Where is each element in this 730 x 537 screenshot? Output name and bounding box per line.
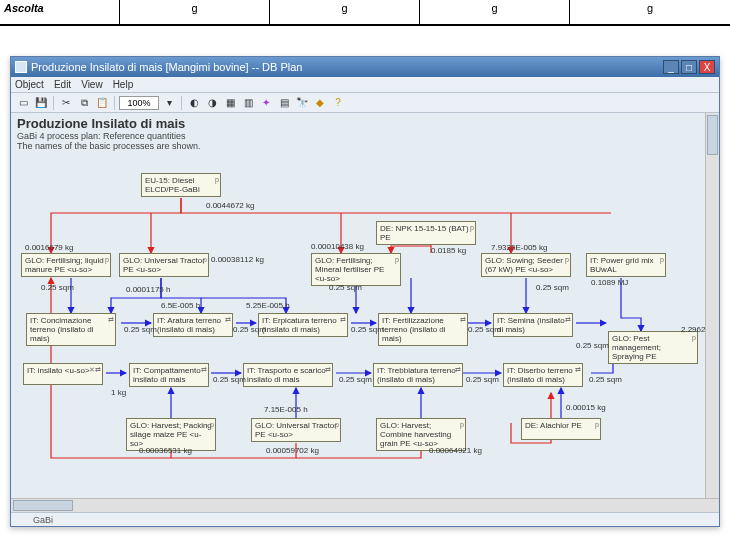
gap xyxy=(0,26,730,56)
copy-icon[interactable]: ⧉ xyxy=(76,95,92,111)
vscroll-thumb[interactable] xyxy=(707,115,718,155)
menu-edit[interactable]: Edit xyxy=(54,79,71,90)
edge-label: 7.15E-005 h xyxy=(264,405,308,414)
plan-title: Produzione Insilato di mais xyxy=(17,116,185,131)
node-npk[interactable]: DE: NPK 15-15-15 (BAT) PEp xyxy=(376,221,476,245)
edge-label: 0.00036531 kg xyxy=(139,446,192,455)
edge-label: 0.25 sqm xyxy=(339,375,372,384)
minimize-button[interactable]: _ xyxy=(663,60,679,74)
menu-view[interactable]: View xyxy=(81,79,103,90)
node-powergrid[interactable]: IT: Power grid mix BUwALp xyxy=(586,253,666,277)
node-alachlor[interactable]: DE: Alachlor PEp xyxy=(521,418,601,440)
edge-label: 0.25 sqm xyxy=(466,375,499,384)
node-diesel[interactable]: EU-15: Diesel ELCD/PE-GaBip xyxy=(141,173,221,197)
tool-e-icon[interactable]: ✦ xyxy=(258,95,274,111)
table-fragment: Ascolta g g g g xyxy=(0,0,730,26)
app-icon xyxy=(15,61,27,73)
window-buttons: _ □ X xyxy=(663,60,715,74)
edge-label: 0.25 sqm xyxy=(589,375,622,384)
node-pest[interactable]: GLO: Pest management; Spraying PEp xyxy=(608,331,698,364)
edge-label: 0.25 sqm xyxy=(351,325,384,334)
tbl-c2: g xyxy=(270,0,420,26)
edge-label: 0.25 sqm xyxy=(329,283,362,292)
node-fert-mineral[interactable]: GLO: Fertilising; Mineral fertiliser PE … xyxy=(311,253,401,286)
edge-label: 0.25 sqm xyxy=(536,283,569,292)
edge-label: 0.25 sqm xyxy=(213,375,246,384)
edge-label: 6.5E-005 h xyxy=(161,301,200,310)
zoom-field[interactable]: 100% xyxy=(119,96,159,110)
menubar: Object Edit View Help xyxy=(11,77,719,93)
menu-help[interactable]: Help xyxy=(113,79,134,90)
edge-label: 0.00064921 kg xyxy=(429,446,482,455)
tbl-c0: Ascolta xyxy=(0,0,120,26)
node-semina[interactable]: IT: Semina (insilato di mais)⇄ xyxy=(493,313,573,337)
binoculars-icon[interactable]: 🔭 xyxy=(294,95,310,111)
edge-label: 2.2962 xyxy=(681,325,705,334)
edge-label: 0.0044672 kg xyxy=(206,201,255,210)
node-tractor1[interactable]: GLO: Universal Tractor PE <u-so>p xyxy=(119,253,209,277)
menu-object[interactable]: Object xyxy=(15,79,44,90)
tool-f-icon[interactable]: ▤ xyxy=(276,95,292,111)
sep xyxy=(53,96,54,110)
tool-c-icon[interactable]: ▦ xyxy=(222,95,238,111)
tool-a-icon[interactable]: ◐ xyxy=(186,95,202,111)
node-sowing[interactable]: GLO: Sowing; Seeder (67 kW) PE <u-so>p xyxy=(481,253,571,277)
edge-label: 0.25 sqm xyxy=(233,325,266,334)
node-trasporto[interactable]: IT: Trasporto e scarico insilato di mais… xyxy=(243,363,333,387)
node-erpicatura[interactable]: IT: Erpicatura terreno (insilato di mais… xyxy=(258,313,348,337)
tbl-c1: g xyxy=(120,0,270,26)
edge-label: 0.0001175 h xyxy=(126,285,171,294)
edge-label: 7.9325E-005 kg xyxy=(491,243,548,252)
window-title: Produzione Insilato di mais [Mangimi bov… xyxy=(31,61,302,73)
cut-icon[interactable]: ✂ xyxy=(58,95,74,111)
edge-label: 1 kg xyxy=(111,388,126,397)
tbl-c3: g xyxy=(420,0,570,26)
canvas[interactable]: Produzione Insilato di mais GaBi 4 proce… xyxy=(11,113,705,498)
node-tractor2[interactable]: GLO: Universal Tractor PE <u-so>p xyxy=(251,418,341,442)
edge-label: 0.00059702 kg xyxy=(266,446,319,455)
horizontal-scrollbar[interactable] xyxy=(11,498,719,512)
tool-d-icon[interactable]: ▥ xyxy=(240,95,256,111)
zoom-dropdown-icon[interactable]: ▾ xyxy=(161,95,177,111)
sep xyxy=(114,96,115,110)
toolbar: ▭ 💾 ✂ ⧉ 📋 100% ▾ ◐ ◑ ▦ ▥ ✦ ▤ 🔭 ◆ ? xyxy=(11,93,719,113)
node-aratura[interactable]: IT: Aratura terreno (insilato di mais)⇄ xyxy=(153,313,233,337)
node-fert-liquid[interactable]: GLO: Fertilising; liquid manure PE <u-so… xyxy=(21,253,111,277)
titlebar[interactable]: Produzione Insilato di mais [Mangimi bov… xyxy=(11,57,719,77)
statusbar: GaBi xyxy=(11,512,719,526)
node-diserbo[interactable]: IT: Diserbo terreno (insilato di mais)⇄ xyxy=(503,363,583,387)
tool-b-icon[interactable]: ◑ xyxy=(204,95,220,111)
node-compattamento[interactable]: IT: Compattamento insilato di mais⇄ xyxy=(129,363,209,387)
edge-label: 0.25 sqm xyxy=(124,325,157,334)
edge-label: 0.0016679 kg xyxy=(25,243,74,252)
edge-label: 0.0185 kg xyxy=(431,246,466,255)
hscroll-thumb[interactable] xyxy=(13,500,73,511)
help-icon[interactable]: ? xyxy=(330,95,346,111)
edge-label: 0.00010438 kg xyxy=(311,242,364,251)
sep xyxy=(181,96,182,110)
node-concimazione[interactable]: IT: Concimazione terreno (insilato di ma… xyxy=(26,313,116,346)
node-insilato[interactable]: IT: insilato <u-so>✕⇄ xyxy=(23,363,103,385)
paste-icon[interactable]: 📋 xyxy=(94,95,110,111)
status-mid: GaBi xyxy=(33,515,53,525)
maximize-button[interactable]: □ xyxy=(681,60,697,74)
edge-label: 0.00015 kg xyxy=(566,403,606,412)
vertical-scrollbar[interactable] xyxy=(705,113,719,498)
save-icon[interactable]: 💾 xyxy=(33,95,49,111)
app-window: Produzione Insilato di mais [Mangimi bov… xyxy=(10,56,720,527)
connections xyxy=(11,113,705,498)
tbl-c4: g xyxy=(570,0,730,26)
close-button[interactable]: X xyxy=(699,60,715,74)
edge-label: 5.25E-005 h xyxy=(246,301,290,310)
node-trebbiatura[interactable]: IT: Trebbiatura terreno (insilato di mai… xyxy=(373,363,463,387)
edge-label: 0.00038112 kg xyxy=(211,255,264,264)
edge-label: 0.25 sqm xyxy=(41,283,74,292)
edge-label: 0.25 sqm xyxy=(468,325,501,334)
node-fertilizzazione[interactable]: IT: Fertilizzazione terreno (insilato di… xyxy=(378,313,468,346)
new-icon[interactable]: ▭ xyxy=(15,95,31,111)
canvas-wrap: Produzione Insilato di mais GaBi 4 proce… xyxy=(11,113,719,498)
edge-label: 0.25 sqm xyxy=(576,341,609,350)
tool-h-icon[interactable]: ◆ xyxy=(312,95,328,111)
plan-subtitle-1: GaBi 4 process plan: Reference quantitie… xyxy=(17,131,186,141)
plan-subtitle-2: The names of the basic processes are sho… xyxy=(17,141,201,151)
